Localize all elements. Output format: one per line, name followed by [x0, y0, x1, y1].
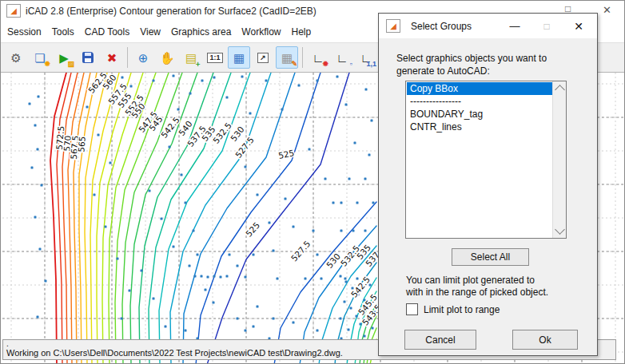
plot-axes-values-badge: 1,1 [366, 61, 376, 68]
menu-item-help[interactable]: Help [291, 26, 311, 38]
close-button[interactable]: ✕ [603, 4, 611, 16]
dialog-title-bar[interactable]: ◢ Select Groups [379, 14, 597, 38]
settings-icon[interactable]: ⚙ [5, 46, 27, 69]
menu-item-session[interactable]: Session [7, 26, 42, 38]
floppy-disk-glyph [82, 52, 94, 63]
fit-view-icon[interactable]: ↗ [252, 46, 274, 69]
edit-table-badge: ✎ [291, 61, 297, 68]
copy-objects-badge: ✹ [44, 61, 50, 68]
list-item-cntr-lines[interactable]: CNTR_lines [407, 121, 552, 133]
list-item-copy-bbox[interactable]: Copy BBox [407, 82, 552, 95]
pan-hand-icon[interactable]: ✋ [156, 46, 178, 69]
dialog-maximize-button: □ [535, 14, 559, 38]
cancel-button[interactable]: Cancel [404, 330, 476, 350]
grid-toggle-glyph: ▦ [233, 52, 245, 64]
save-icon[interactable] [77, 46, 99, 69]
svg-text:527.5: 527.5 [289, 239, 312, 263]
zoom-in-icon[interactable]: ⊕ [132, 46, 154, 69]
limit-plot-checkbox[interactable] [406, 303, 418, 315]
plot-axes-new-icon[interactable]: ∟✹ [307, 46, 329, 69]
scroll-up-icon[interactable] [555, 85, 565, 95]
ok-button[interactable]: Ok [512, 330, 578, 350]
listbox-scrollbar[interactable] [552, 81, 566, 238]
groups-list: Copy BBox----------------BOUNDARY_tagCNT… [407, 82, 552, 237]
list-item-boundary-tag[interactable]: BOUNDARY_tag [407, 108, 552, 121]
dialog-instruction-line1: Select graphics objects you want to [396, 52, 547, 65]
plot-axes-region-badge: ▫ [350, 61, 352, 68]
list-item--[interactable]: ---------------- [407, 95, 552, 108]
pan-hand-glyph: ✋ [160, 52, 175, 64]
add-note-icon[interactable]: ▤＋ [180, 46, 202, 69]
toolbar-separator [302, 47, 303, 68]
zoom-in-glyph: ⊕ [138, 52, 149, 64]
dialog-title: Select Groups [411, 21, 472, 32]
scroll-down-icon[interactable] [555, 224, 565, 235]
delete-icon[interactable]: ✖ [101, 46, 123, 69]
dialog-minimize-button[interactable]: — [503, 14, 527, 38]
limit-plot-label: Limit plot to range [424, 304, 500, 315]
icad-main-window: { "window": { "title": "iCAD 2.8 (Enterp… [0, 0, 625, 364]
app-icon: ◢ [6, 4, 21, 18]
menu-item-cad-tools[interactable]: CAD Tools [85, 26, 129, 38]
limit-hint-line1: You can limit plot generated to [406, 275, 548, 287]
actual-size-glyph: 1:1 [207, 53, 222, 63]
menu-item-graphics-area[interactable]: Graphics area [171, 26, 231, 38]
limit-hint: You can limit plot generated to with in … [406, 275, 548, 299]
dialog-instruction-line2: generate to AutoCAD: [396, 65, 547, 77]
svg-text:565: 565 [76, 136, 87, 152]
plot-axes-new-badge: ✹ [322, 61, 328, 68]
toolbar-separator [127, 47, 128, 68]
window-title: iCAD 2.8 (Enterprise) Contour generation… [26, 6, 316, 17]
groups-listbox[interactable]: Copy BBox----------------BOUNDARY_tagCNT… [405, 81, 567, 239]
actual-size-icon[interactable]: 1:1 [204, 46, 226, 69]
run-export-icon[interactable]: ▶▨ [53, 46, 75, 69]
grid-toggle-icon[interactable]: ▦ [228, 46, 250, 69]
add-note-badge: ＋ [194, 61, 201, 68]
dialog-close-button[interactable]: ✕ [567, 14, 591, 38]
run-export-badge: ▨ [67, 61, 74, 68]
menu-item-tools[interactable]: Tools [52, 26, 74, 38]
select-all-button[interactable]: Select All [452, 248, 529, 266]
limit-plot-row: Limit plot to range [406, 303, 500, 315]
copy-objects-icon[interactable]: ❏✹ [29, 46, 51, 69]
dialog-app-icon: ◢ [386, 19, 400, 33]
menu-item-workflow[interactable]: Workflow [241, 26, 281, 38]
plot-axes-values-icon[interactable]: ∟1,1 [355, 46, 377, 69]
delete-glyph: ✖ [107, 52, 117, 64]
plot-axes-region-icon[interactable]: ∟▫ [331, 46, 353, 69]
edit-table-icon[interactable]: ▦✎ [276, 46, 298, 69]
select-groups-dialog: ◢ Select Groups — □ ✕ Select graphics ob… [378, 13, 598, 356]
limit-hint-line2: with in the range of picked object. [406, 287, 548, 299]
settings-glyph: ⚙ [10, 52, 21, 64]
plot-axes-region-glyph: ∟ [336, 52, 348, 64]
fit-view-glyph: ↗ [257, 53, 269, 63]
dialog-instruction: Select graphics objects you want to gene… [396, 52, 547, 77]
menu-item-view[interactable]: View [140, 26, 161, 38]
